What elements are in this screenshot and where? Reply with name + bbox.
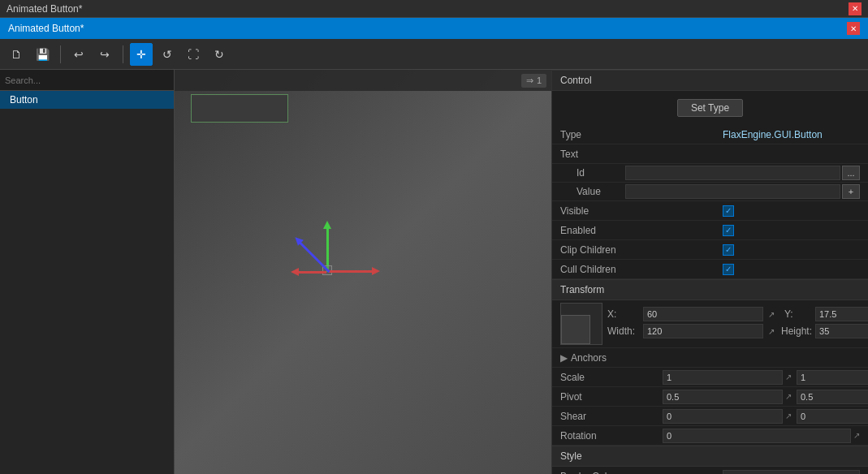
border-color-swatch[interactable]: [723, 470, 860, 475]
pivot-y-input[interactable]: [797, 390, 868, 404]
new-button[interactable]: 🗋: [5, 43, 28, 66]
text-label: Text: [560, 149, 723, 160]
shear-x-expand[interactable]: ↗: [785, 412, 792, 420]
cull-children-row: Cull Children ✓: [552, 260, 868, 279]
text-row: Text: [552, 144, 868, 164]
search-input[interactable]: [5, 75, 169, 85]
rotation-input[interactable]: [663, 429, 851, 443]
y-label: Y:: [779, 308, 812, 320]
gizmo-red-arrow: [329, 270, 374, 273]
set-type-row: Set Type: [552, 91, 868, 125]
y-input[interactable]: [815, 307, 868, 321]
refresh-button[interactable]: ↻: [208, 43, 231, 66]
clip-children-checkbox[interactable]: ✓: [723, 244, 734, 256]
enabled-label: Enabled: [560, 225, 723, 236]
anchors-label: Anchors: [571, 352, 607, 364]
id-label: Id: [577, 167, 625, 179]
set-type-button[interactable]: Set Type: [677, 99, 743, 117]
scale-x-wrap: ↗: [663, 370, 792, 385]
value-row: Value +: [552, 183, 868, 201]
tree-item-button[interactable]: Button: [0, 91, 174, 109]
shear-x-input[interactable]: [663, 409, 783, 424]
shear-label: Shear: [560, 411, 658, 422]
id-input[interactable]: [625, 166, 840, 180]
rotate-button[interactable]: ↺: [156, 43, 179, 66]
x-expand-btn[interactable]: ↗: [767, 310, 776, 319]
canvas-button-preview[interactable]: [191, 94, 288, 123]
canvas-area: ⇒ 1: [175, 70, 551, 474]
transform-preview-inner: [561, 315, 590, 344]
scale-y-wrap: ↗: [797, 370, 868, 385]
width-expand-btn[interactable]: ↗: [767, 327, 776, 336]
enabled-checkbox[interactable]: ✓: [723, 225, 734, 236]
width-label: Width:: [607, 325, 640, 337]
wh-row: Width: ↗ Height: ↗: [607, 324, 868, 338]
toolbar: 🗋 💾 ↩ ↪ ✛ ↺ ⛶ ↻: [0, 39, 868, 70]
scale-x-input[interactable]: [663, 370, 783, 385]
canvas-badge: ⇒ 1: [521, 74, 546, 88]
pivot-label: Pivot: [560, 391, 658, 403]
transform-fields: X: ↗ Y: ↗ Width: ↗ Height: ↗: [607, 307, 868, 341]
badge-num: 1: [537, 75, 542, 85]
window-title: Animated Button*: [6, 3, 82, 15]
rotation-label: Rotation: [560, 430, 658, 442]
fullscreen-button[interactable]: ⛶: [182, 43, 205, 66]
pivot-x-input[interactable]: [663, 390, 783, 404]
height-input[interactable]: [815, 324, 868, 338]
visible-checkbox[interactable]: ✓: [723, 205, 734, 217]
clip-children-row: Clip Children ✓: [552, 240, 868, 260]
app-title-bar: Animated Button* ✕: [0, 18, 868, 39]
visible-label: Visible: [560, 205, 723, 217]
anchors-row[interactable]: ▶ Anchors: [552, 348, 868, 368]
rotation-row: Rotation ↗: [552, 426, 868, 446]
transform-preview: [560, 303, 602, 345]
app-title: Animated Button*: [8, 23, 84, 34]
value-input[interactable]: [625, 184, 840, 199]
window-close-button[interactable]: ✕: [849, 2, 862, 15]
toolbar-separator-2: [123, 45, 123, 63]
undo-button[interactable]: ↩: [67, 43, 90, 66]
cull-children-checkbox[interactable]: ✓: [723, 264, 734, 275]
type-label: Type: [560, 129, 723, 140]
width-input[interactable]: [643, 324, 763, 338]
value-label: Value: [577, 186, 625, 197]
visible-row: Visible ✓: [552, 201, 868, 221]
pivot-x-expand[interactable]: ↗: [785, 392, 792, 401]
type-row: Type FlaxEngine.GUI.Button: [552, 125, 868, 144]
pivot-y-wrap: ↗: [797, 390, 868, 404]
scale-row: Scale ↗ ↗: [552, 368, 868, 387]
transform-gizmo: [284, 223, 382, 321]
main-layout: Button ⇒ 1: [0, 70, 868, 474]
x-label: X:: [607, 308, 640, 320]
control-section-header: Control: [552, 70, 868, 91]
cull-children-label: Cull Children: [560, 264, 723, 275]
move-button[interactable]: ✛: [130, 43, 153, 66]
value-action-button[interactable]: +: [842, 184, 860, 199]
x-input[interactable]: [643, 307, 763, 321]
shear-row: Shear ↗ ↗: [552, 407, 868, 426]
app-close-button[interactable]: ✕: [847, 22, 860, 35]
scale-label: Scale: [560, 372, 658, 383]
left-panel: Button: [0, 70, 175, 474]
gizmo-red-left: [297, 271, 326, 274]
pivot-x-wrap: ↗: [663, 390, 792, 404]
scale-y-input[interactable]: [797, 370, 868, 385]
redo-button[interactable]: ↪: [93, 43, 116, 66]
toolbar-separator-1: [60, 45, 61, 63]
transform-section-header: Transform: [552, 279, 868, 300]
transform-fields-row: X: ↗ Y: ↗ Width: ↗ Height: ↗: [552, 300, 868, 348]
gizmo-blue-arrow: [299, 241, 330, 273]
xy-row: X: ↗ Y: ↗: [607, 307, 868, 321]
rotation-expand[interactable]: ↗: [853, 431, 860, 440]
scale-x-expand[interactable]: ↗: [785, 373, 792, 381]
shear-x-wrap: ↗: [663, 409, 792, 424]
badge-arrow: ⇒: [526, 75, 533, 86]
id-action-button[interactable]: ...: [842, 166, 860, 180]
shear-y-input[interactable]: [797, 409, 868, 424]
style-section-header: Style: [552, 446, 868, 467]
save-button[interactable]: 💾: [31, 43, 54, 66]
enabled-row: Enabled ✓: [552, 221, 868, 240]
transform-label: Transform: [560, 284, 604, 295]
height-label: Height:: [779, 325, 812, 337]
type-value: FlaxEngine.GUI.Button: [723, 129, 860, 140]
